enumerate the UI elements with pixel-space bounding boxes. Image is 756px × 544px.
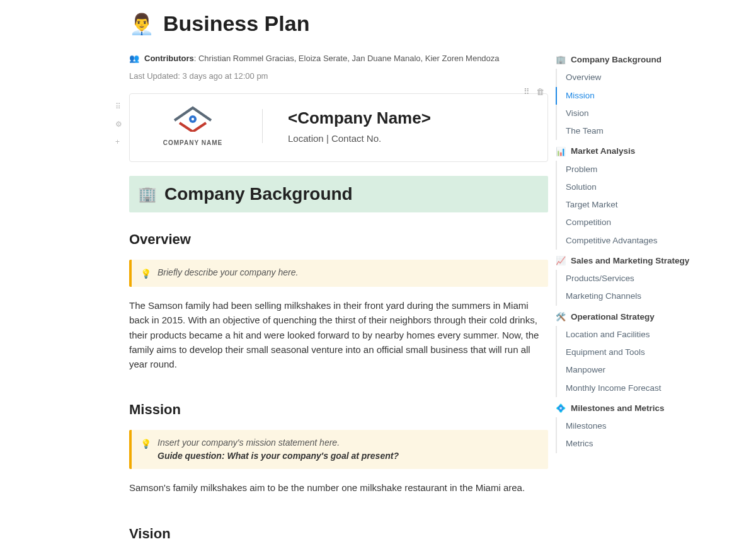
last-updated-label: Last Updated:: [129, 71, 180, 81]
company-card[interactable]: COMPANY NAME <Company Name> Location | C…: [129, 93, 548, 162]
company-logo: COMPANY NAME: [149, 104, 237, 148]
add-block-icon[interactable]: +: [115, 136, 122, 148]
toc-heading-company-background[interactable]: 🏢 Company Background: [554, 51, 731, 69]
toc-item-metrics[interactable]: Metrics: [556, 435, 731, 453]
company-info: <Company Name> Location | Contact No.: [288, 106, 431, 146]
building-icon: 🏢: [138, 183, 157, 205]
divider: [262, 109, 263, 143]
trend-icon: 📈: [556, 255, 566, 267]
overview-body: The Samson family had been selling milks…: [129, 298, 548, 371]
toc-item-vision[interactable]: Vision: [556, 105, 731, 122]
toc-item-location-facilities[interactable]: Location and Facilities: [556, 326, 731, 344]
overview-hint: 💡 Briefly describe your company here.: [129, 260, 548, 287]
section-banner-company-background: 🏢 Company Background: [129, 176, 548, 212]
vision-heading: Vision: [129, 523, 548, 544]
last-updated: Last Updated: 3 days ago at 12:00 pm: [129, 70, 548, 83]
mission-heading: Mission: [129, 399, 548, 420]
section-title: Company Background: [164, 181, 353, 207]
toc-item-manpower[interactable]: Manpower: [556, 361, 731, 379]
company-name: <Company Name>: [288, 106, 431, 130]
toc-heading-market-analysis[interactable]: 📊 Market Analysis: [554, 142, 731, 160]
toc-item-competition[interactable]: Competition: [556, 214, 731, 231]
svg-point-1: [192, 118, 194, 120]
company-subtext: Location | Contact No.: [288, 132, 431, 146]
toc-item-problem[interactable]: Problem: [556, 161, 731, 178]
drag-handle-icon[interactable]: ⠿: [115, 101, 122, 112]
block-side-controls: ⠿ ⚙ +: [115, 101, 122, 148]
toc-heading-operational-strategy[interactable]: 🛠️ Operational Strategy: [554, 308, 731, 326]
people-icon: 👥: [129, 52, 139, 65]
toc-item-overview[interactable]: Overview: [556, 69, 731, 86]
settings-icon[interactable]: ⚙: [115, 119, 122, 130]
overview-heading: Overview: [129, 229, 548, 250]
logo-caption: COMPANY NAME: [149, 138, 237, 148]
contributors-names: : Christian Rommel Gracias, Eloiza Serat…: [194, 54, 500, 63]
mission-body: Samson's family milkshakes aim to be the…: [129, 480, 548, 495]
contributors-label: Contributors: [144, 54, 194, 63]
toc-heading-milestones-metrics[interactable]: 💠 Milestones and Metrics: [554, 400, 731, 417]
toc-heading-sales-marketing[interactable]: 📈 Sales and Marketing Strategy: [554, 252, 731, 270]
lightbulb-icon: 💡: [140, 437, 151, 451]
lightbulb-icon: 💡: [140, 267, 151, 281]
toc-item-competitive-advantages[interactable]: Competitive Advantages: [556, 232, 731, 250]
toc-item-products-services[interactable]: Products/Services: [556, 270, 731, 287]
block-toolbar: ⠿ 🗑: [524, 86, 544, 98]
house-logo-icon: [171, 104, 215, 132]
building-icon: 🏢: [556, 54, 566, 66]
delete-icon[interactable]: 🗑: [536, 86, 544, 98]
toc-item-milestones[interactable]: Milestones: [556, 417, 731, 435]
toc-item-the-team[interactable]: The Team: [556, 122, 731, 140]
toc-item-mission[interactable]: Mission: [556, 87, 731, 105]
page-title: Business Plan: [163, 8, 309, 40]
page-title-row: 👨‍💼 Business Plan: [129, 8, 548, 40]
drag-handle-icon[interactable]: ⠿: [524, 86, 530, 98]
toc-item-equipment-tools[interactable]: Equipment and Tools: [556, 344, 731, 361]
overview-hint-text: Briefly describe your company here.: [158, 266, 298, 279]
toc-item-monthly-income-forecast[interactable]: Monthly Income Forecast: [556, 379, 731, 397]
tools-icon: 🛠️: [556, 311, 566, 323]
last-updated-value: 3 days ago at 12:00 pm: [183, 71, 268, 81]
table-of-contents: 🏢 Company Background Overview Mission Vi…: [548, 4, 737, 544]
contributors-row: 👥 Contributors: Christian Rommel Gracias…: [129, 52, 548, 65]
toc-item-target-market[interactable]: Target Market: [556, 196, 731, 214]
mission-hint-text: Insert your company's mission statement …: [158, 436, 399, 463]
chart-icon: 📊: [556, 146, 566, 158]
mission-hint: 💡 Insert your company's mission statemen…: [129, 430, 548, 469]
main-content: 👨‍💼 Business Plan 👥 Contributors: Christ…: [0, 4, 548, 544]
toc-item-marketing-channels[interactable]: Marketing Channels: [556, 287, 731, 305]
page-emoji: 👨‍💼: [129, 9, 154, 39]
toc-item-solution[interactable]: Solution: [556, 178, 731, 196]
diamond-icon: 💠: [556, 402, 566, 415]
